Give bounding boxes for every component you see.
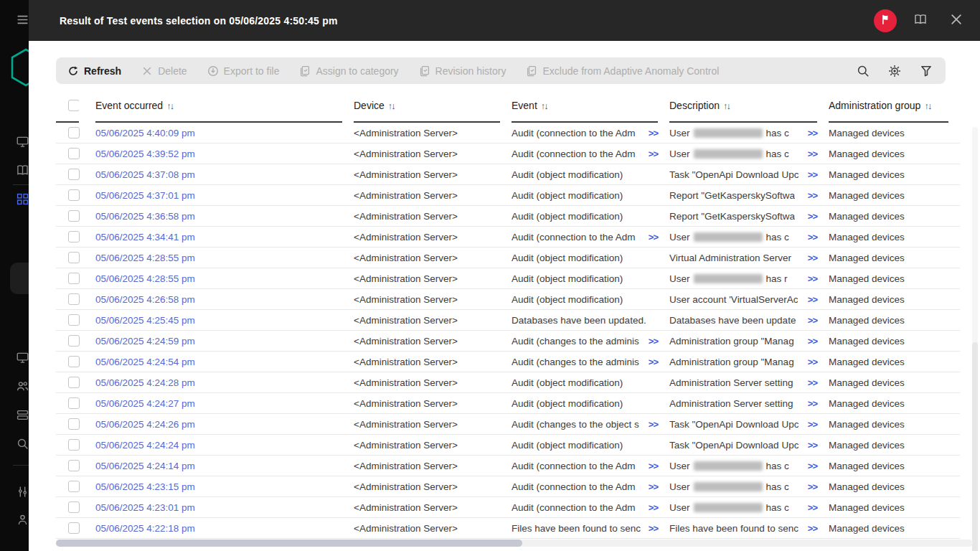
row-checkbox[interactable] [68, 335, 80, 347]
row-checkbox[interactable] [68, 522, 80, 534]
event-time-link[interactable]: 05/06/2025 4:24:26 pm [95, 419, 195, 430]
table-row[interactable]: 05/06/2025 4:28:55 pm<Administration Ser… [56, 248, 960, 268]
expand-description-link[interactable]: >> [804, 273, 817, 284]
sort-icon[interactable]: ↑↓ [541, 100, 549, 111]
expand-description-link[interactable]: >> [804, 440, 817, 451]
search-icon[interactable] [17, 438, 29, 450]
table-row[interactable]: 05/06/2025 4:22:18 pm<Administration Ser… [56, 518, 960, 539]
select-all-checkbox[interactable] [68, 100, 79, 111]
row-checkbox[interactable] [68, 377, 80, 388]
event-time-link[interactable]: 05/06/2025 4:24:14 pm [95, 461, 195, 471]
users-icon[interactable] [17, 380, 29, 392]
table-row[interactable]: 05/06/2025 4:28:55 pm<Administration Ser… [56, 268, 960, 289]
table-row[interactable]: 05/06/2025 4:24:14 pm<Administration Ser… [56, 456, 960, 476]
exclude-aac-button[interactable]: Exclude from Adaptive Anomaly Control [526, 65, 719, 77]
event-time-link[interactable]: 05/06/2025 4:23:15 pm [95, 481, 195, 492]
row-checkbox[interactable] [68, 481, 80, 492]
dashboard-monitor-icon[interactable] [17, 136, 29, 148]
expand-description-link[interactable]: >> [804, 169, 817, 180]
row-checkbox[interactable] [68, 460, 80, 471]
row-checkbox[interactable] [68, 293, 80, 305]
help-book-button[interactable] [908, 9, 933, 33]
row-checkbox[interactable] [68, 439, 80, 451]
row-checkbox[interactable] [68, 356, 80, 367]
delete-button[interactable]: Delete [141, 65, 187, 77]
event-time-link[interactable]: 05/06/2025 4:24:59 pm [95, 336, 195, 347]
table-row[interactable]: 05/06/2025 4:40:09 pm<Administration Ser… [56, 123, 960, 143]
table-row[interactable]: 05/06/2025 4:24:24 pm<Administration Ser… [56, 435, 960, 456]
event-time-link[interactable]: 05/06/2025 4:26:58 pm [95, 294, 195, 305]
table-row[interactable]: 05/06/2025 4:36:58 pm<Administration Ser… [56, 206, 960, 227]
table-row[interactable]: 05/06/2025 4:24:54 pm<Administration Ser… [56, 352, 960, 372]
event-time-link[interactable]: 05/06/2025 4:24:27 pm [95, 398, 195, 409]
event-time-link[interactable]: 05/06/2025 4:28:55 pm [95, 273, 195, 284]
event-time-link[interactable]: 05/06/2025 4:24:28 pm [95, 377, 195, 388]
table-row[interactable]: 05/06/2025 4:39:52 pm<Administration Ser… [56, 143, 960, 164]
expand-description-link[interactable]: >> [804, 523, 817, 534]
table-row[interactable]: 05/06/2025 4:24:28 pm<Administration Ser… [56, 372, 960, 393]
row-checkbox[interactable] [68, 273, 80, 284]
sort-icon[interactable]: ↑↓ [166, 100, 174, 111]
column-header-device[interactable]: Device↑↓ [354, 84, 500, 123]
book-icon[interactable] [17, 164, 29, 176]
expand-event-link[interactable]: >> [644, 149, 658, 159]
table-row[interactable]: 05/06/2025 4:24:59 pm<Administration Ser… [56, 331, 960, 352]
export-to-file-button[interactable]: Export to file [207, 65, 280, 77]
row-checkbox[interactable] [68, 169, 80, 180]
user-account-icon[interactable] [17, 514, 29, 526]
assign-to-category-button[interactable]: Assign to category [299, 65, 398, 77]
settings-sliders-icon[interactable] [17, 486, 29, 498]
sort-icon[interactable]: ↑↓ [723, 100, 731, 111]
expand-event-link[interactable]: >> [644, 461, 658, 471]
expand-description-link[interactable]: >> [804, 357, 817, 367]
row-checkbox[interactable] [68, 418, 80, 430]
expand-description-link[interactable]: >> [804, 315, 817, 326]
expand-description-link[interactable]: >> [804, 211, 817, 222]
expand-event-link[interactable]: >> [644, 232, 658, 242]
event-time-link[interactable]: 05/06/2025 4:37:01 pm [95, 190, 195, 201]
event-time-link[interactable]: 05/06/2025 4:24:24 pm [95, 440, 195, 451]
event-time-link[interactable]: 05/06/2025 4:37:08 pm [95, 169, 195, 180]
expand-description-link[interactable]: >> [804, 190, 817, 201]
sidebar-active-item[interactable] [10, 263, 29, 294]
event-time-link[interactable]: 05/06/2025 4:28:55 pm [95, 253, 195, 263]
table-row[interactable]: 05/06/2025 4:37:08 pm<Administration Ser… [56, 164, 960, 185]
horizontal-scrollbar-thumb[interactable] [56, 540, 522, 547]
row-checkbox[interactable] [68, 210, 80, 222]
expand-description-link[interactable]: >> [804, 128, 817, 138]
row-checkbox[interactable] [68, 127, 80, 138]
expand-event-link[interactable]: >> [644, 502, 658, 513]
expand-description-link[interactable]: >> [804, 481, 817, 492]
expand-event-link[interactable]: >> [644, 128, 658, 138]
row-checkbox[interactable] [68, 189, 80, 201]
expand-description-link[interactable]: >> [804, 461, 817, 471]
servers-icon[interactable] [17, 409, 29, 421]
row-checkbox[interactable] [68, 231, 80, 242]
event-time-link[interactable]: 05/06/2025 4:39:52 pm [95, 149, 195, 159]
table-row[interactable]: 05/06/2025 4:34:41 pm<Administration Ser… [56, 227, 960, 248]
menu-icon[interactable] [17, 14, 29, 26]
table-row[interactable]: 05/06/2025 4:37:01 pm<Administration Ser… [56, 185, 960, 206]
vertical-scrollbar-thumb[interactable] [972, 342, 978, 551]
row-checkbox[interactable] [68, 397, 80, 409]
expand-description-link[interactable]: >> [804, 336, 817, 347]
settings-button[interactable] [888, 65, 901, 77]
row-checkbox[interactable] [68, 252, 80, 263]
expand-description-link[interactable]: >> [804, 232, 817, 242]
column-header-description[interactable]: Description↑↓ [669, 84, 817, 123]
expand-description-link[interactable]: >> [804, 377, 817, 388]
close-button[interactable] [944, 9, 969, 33]
expand-description-link[interactable]: >> [804, 253, 817, 263]
event-time-link[interactable]: 05/06/2025 4:34:41 pm [95, 232, 195, 242]
row-checkbox[interactable] [68, 501, 80, 513]
expand-event-link[interactable]: >> [644, 357, 658, 367]
expand-description-link[interactable]: >> [804, 502, 817, 513]
event-time-link[interactable]: 05/06/2025 4:23:01 pm [95, 502, 195, 513]
event-time-link[interactable]: 05/06/2025 4:24:54 pm [95, 357, 195, 367]
table-row[interactable]: 05/06/2025 4:23:01 pm<Administration Ser… [56, 497, 960, 518]
expand-event-link[interactable]: >> [644, 419, 658, 430]
expand-description-link[interactable]: >> [804, 149, 817, 159]
refresh-button[interactable]: Refresh [67, 65, 121, 77]
expand-description-link[interactable]: >> [804, 419, 817, 430]
sort-icon[interactable]: ↑↓ [388, 100, 396, 111]
